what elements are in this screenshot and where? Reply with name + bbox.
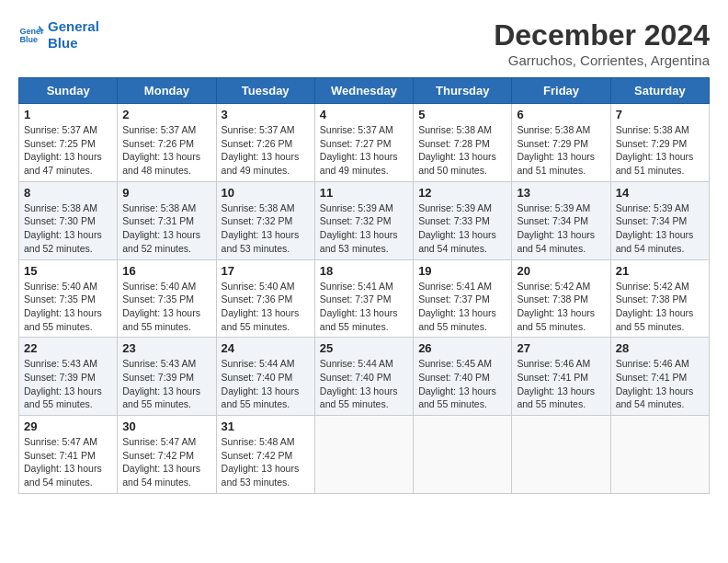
day-number: 12 (418, 186, 506, 200)
calendar-cell (512, 416, 610, 494)
calendar-cell: 7Sunrise: 5:38 AM Sunset: 7:29 PM Daylig… (610, 104, 709, 182)
day-info: Sunrise: 5:37 AM Sunset: 7:26 PM Dayligh… (122, 123, 210, 178)
calendar-cell: 10Sunrise: 5:38 AM Sunset: 7:32 PM Dayli… (216, 181, 314, 259)
calendar-table: SundayMondayTuesdayWednesdayThursdayFrid… (18, 77, 710, 494)
calendar-cell: 16Sunrise: 5:40 AM Sunset: 7:35 PM Dayli… (118, 259, 216, 338)
day-number: 20 (517, 264, 605, 278)
day-number: 4 (320, 108, 408, 121)
day-number: 15 (24, 264, 112, 278)
day-number: 28 (616, 341, 704, 355)
day-number: 23 (122, 341, 210, 355)
day-number: 16 (122, 264, 210, 278)
day-number: 9 (122, 186, 210, 200)
calendar-cell: 27Sunrise: 5:46 AM Sunset: 7:41 PM Dayli… (512, 338, 610, 416)
day-number: 22 (24, 341, 112, 355)
day-number: 29 (24, 419, 112, 433)
day-info: Sunrise: 5:38 AM Sunset: 7:30 PM Dayligh… (24, 201, 112, 256)
day-number: 14 (616, 186, 704, 200)
day-info: Sunrise: 5:44 AM Sunset: 7:40 PM Dayligh… (222, 357, 310, 411)
day-number: 25 (320, 341, 408, 355)
day-info: Sunrise: 5:39 AM Sunset: 7:32 PM Dayligh… (320, 201, 408, 256)
calendar-cell (610, 416, 709, 494)
day-info: Sunrise: 5:40 AM Sunset: 7:36 PM Dayligh… (222, 280, 310, 334)
weekday-header-row: SundayMondayTuesdayWednesdayThursdayFrid… (19, 78, 710, 104)
calendar-cell: 12Sunrise: 5:39 AM Sunset: 7:33 PM Dayli… (414, 181, 512, 259)
day-number: 26 (418, 341, 506, 355)
week-row-1: 1Sunrise: 5:37 AM Sunset: 7:25 PM Daylig… (19, 104, 710, 182)
week-row-5: 29Sunrise: 5:47 AM Sunset: 7:41 PM Dayli… (19, 416, 710, 494)
page-header: General Blue General Blue December 2024 … (18, 18, 710, 68)
day-info: Sunrise: 5:39 AM Sunset: 7:33 PM Dayligh… (418, 201, 506, 256)
calendar-cell: 21Sunrise: 5:42 AM Sunset: 7:38 PM Dayli… (610, 259, 709, 338)
day-number: 5 (418, 108, 506, 121)
calendar-cell: 6Sunrise: 5:38 AM Sunset: 7:29 PM Daylig… (512, 104, 610, 182)
day-number: 19 (418, 264, 506, 278)
logo: General Blue General Blue (18, 18, 99, 52)
week-row-2: 8Sunrise: 5:38 AM Sunset: 7:30 PM Daylig… (19, 181, 710, 259)
day-info: Sunrise: 5:38 AM Sunset: 7:29 PM Dayligh… (517, 123, 605, 178)
title-section: December 2024 Garruchos, Corrientes, Arg… (494, 18, 710, 68)
day-number: 31 (222, 419, 310, 433)
day-info: Sunrise: 5:42 AM Sunset: 7:38 PM Dayligh… (616, 280, 704, 334)
logo-line1: General (48, 18, 99, 35)
day-number: 17 (222, 264, 310, 278)
week-row-4: 22Sunrise: 5:43 AM Sunset: 7:39 PM Dayli… (19, 338, 710, 416)
logo-line2: Blue (48, 35, 99, 52)
day-info: Sunrise: 5:38 AM Sunset: 7:31 PM Dayligh… (122, 201, 210, 256)
week-row-3: 15Sunrise: 5:40 AM Sunset: 7:35 PM Dayli… (19, 259, 710, 338)
day-number: 13 (517, 186, 605, 200)
day-info: Sunrise: 5:38 AM Sunset: 7:29 PM Dayligh… (616, 123, 704, 178)
weekday-header-saturday: Saturday (610, 78, 709, 104)
weekday-header-friday: Friday (512, 78, 610, 104)
day-info: Sunrise: 5:48 AM Sunset: 7:42 PM Dayligh… (222, 435, 310, 489)
month-title: December 2024 (494, 18, 710, 52)
day-number: 1 (24, 108, 112, 121)
day-number: 2 (122, 108, 210, 121)
calendar-cell: 4Sunrise: 5:37 AM Sunset: 7:27 PM Daylig… (314, 104, 413, 182)
day-info: Sunrise: 5:37 AM Sunset: 7:25 PM Dayligh… (24, 123, 112, 178)
calendar-cell: 13Sunrise: 5:39 AM Sunset: 7:34 PM Dayli… (512, 181, 610, 259)
calendar-cell: 5Sunrise: 5:38 AM Sunset: 7:28 PM Daylig… (414, 104, 512, 182)
calendar-cell: 14Sunrise: 5:39 AM Sunset: 7:34 PM Dayli… (610, 181, 709, 259)
location-subtitle: Garruchos, Corrientes, Argentina (494, 52, 710, 68)
day-number: 27 (517, 341, 605, 355)
calendar-cell: 9Sunrise: 5:38 AM Sunset: 7:31 PM Daylig… (118, 181, 216, 259)
calendar-cell: 26Sunrise: 5:45 AM Sunset: 7:40 PM Dayli… (414, 338, 512, 416)
day-number: 3 (222, 108, 310, 121)
day-info: Sunrise: 5:41 AM Sunset: 7:37 PM Dayligh… (418, 280, 506, 334)
weekday-header-thursday: Thursday (414, 78, 512, 104)
calendar-cell: 11Sunrise: 5:39 AM Sunset: 7:32 PM Dayli… (314, 181, 413, 259)
calendar-cell: 31Sunrise: 5:48 AM Sunset: 7:42 PM Dayli… (216, 416, 314, 494)
day-info: Sunrise: 5:40 AM Sunset: 7:35 PM Dayligh… (122, 280, 210, 334)
day-info: Sunrise: 5:46 AM Sunset: 7:41 PM Dayligh… (517, 357, 605, 411)
day-number: 6 (517, 108, 605, 121)
day-number: 8 (24, 186, 112, 200)
svg-text:Blue: Blue (19, 35, 38, 44)
day-info: Sunrise: 5:37 AM Sunset: 7:26 PM Dayligh… (222, 123, 310, 178)
day-info: Sunrise: 5:38 AM Sunset: 7:28 PM Dayligh… (418, 123, 506, 178)
day-info: Sunrise: 5:43 AM Sunset: 7:39 PM Dayligh… (122, 357, 210, 411)
calendar-cell: 28Sunrise: 5:46 AM Sunset: 7:41 PM Dayli… (610, 338, 709, 416)
calendar-cell (414, 416, 512, 494)
day-info: Sunrise: 5:47 AM Sunset: 7:41 PM Dayligh… (24, 435, 112, 489)
weekday-header-sunday: Sunday (19, 78, 118, 104)
day-info: Sunrise: 5:43 AM Sunset: 7:39 PM Dayligh… (24, 357, 112, 411)
calendar-cell: 15Sunrise: 5:40 AM Sunset: 7:35 PM Dayli… (19, 259, 118, 338)
calendar-cell: 3Sunrise: 5:37 AM Sunset: 7:26 PM Daylig… (216, 104, 314, 182)
weekday-header-monday: Monday (118, 78, 216, 104)
calendar-cell: 29Sunrise: 5:47 AM Sunset: 7:41 PM Dayli… (19, 416, 118, 494)
day-info: Sunrise: 5:45 AM Sunset: 7:40 PM Dayligh… (418, 357, 506, 411)
day-number: 21 (616, 264, 704, 278)
day-info: Sunrise: 5:40 AM Sunset: 7:35 PM Dayligh… (24, 280, 112, 334)
calendar-cell: 30Sunrise: 5:47 AM Sunset: 7:42 PM Dayli… (118, 416, 216, 494)
day-info: Sunrise: 5:42 AM Sunset: 7:38 PM Dayligh… (517, 280, 605, 334)
calendar-cell: 18Sunrise: 5:41 AM Sunset: 7:37 PM Dayli… (314, 259, 413, 338)
calendar-cell: 2Sunrise: 5:37 AM Sunset: 7:26 PM Daylig… (118, 104, 216, 182)
day-info: Sunrise: 5:39 AM Sunset: 7:34 PM Dayligh… (517, 201, 605, 256)
calendar-cell: 1Sunrise: 5:37 AM Sunset: 7:25 PM Daylig… (19, 104, 118, 182)
day-info: Sunrise: 5:41 AM Sunset: 7:37 PM Dayligh… (320, 280, 408, 334)
day-info: Sunrise: 5:44 AM Sunset: 7:40 PM Dayligh… (320, 357, 408, 411)
day-number: 18 (320, 264, 408, 278)
calendar-cell: 23Sunrise: 5:43 AM Sunset: 7:39 PM Dayli… (118, 338, 216, 416)
calendar-cell: 19Sunrise: 5:41 AM Sunset: 7:37 PM Dayli… (414, 259, 512, 338)
